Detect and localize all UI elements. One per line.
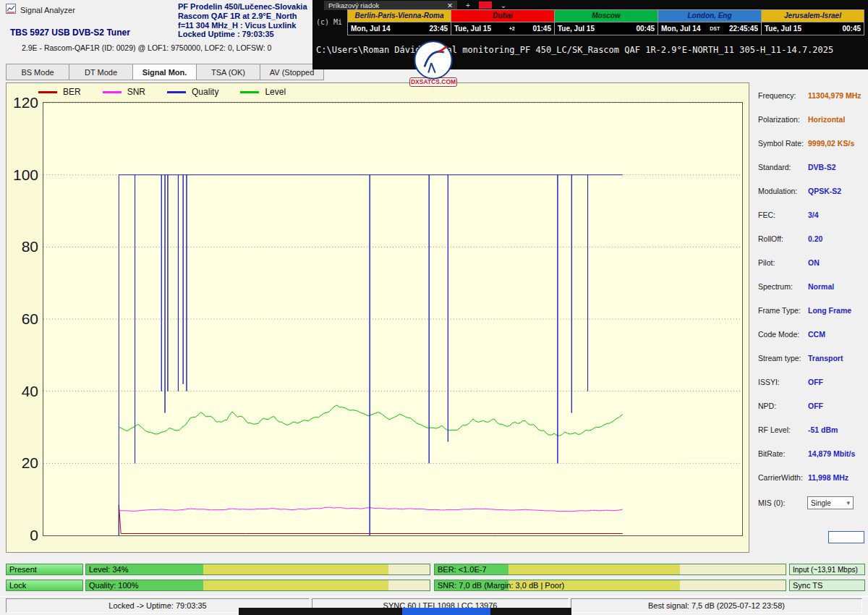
tuner-details: 2.9E - Rascom-QAF1R (ID: 0029) @ LOF1: 9… — [22, 43, 271, 52]
param-value: 14,879 Mbit/s — [808, 449, 855, 458]
series-snr — [119, 507, 623, 512]
terminal-tab[interactable]: Príkazový riadok ✕ — [324, 1, 457, 10]
param-value: CCM — [808, 330, 825, 339]
param-label: Code Mode: — [758, 330, 808, 339]
site-info-line: Locked Uptime : 79:03:35 — [178, 30, 319, 39]
param-label: BitRate: — [758, 449, 808, 458]
param-row: Frame Type:Long Frame — [758, 300, 865, 324]
param-value: -51 dBm — [808, 425, 838, 434]
param-label: Polarization: — [758, 115, 808, 124]
param-label: NPD: — [758, 402, 808, 410]
param-row: Standard:DVB-S2 — [758, 157, 865, 181]
chevron-down-icon[interactable]: ⌄ — [501, 1, 506, 9]
tab-bs-mode[interactable]: BS Mode — [6, 64, 69, 80]
close-icon[interactable]: ✕ — [447, 1, 453, 9]
clock-dubai: Dubai Tue, Jul 15 +2 01:45 — [451, 9, 554, 35]
y-axis-label: 40 — [7, 383, 38, 400]
y-axis-label: 0 — [7, 527, 38, 544]
present-status-box: Present — [6, 564, 83, 575]
terminal-titlebar[interactable]: Príkazový riadok ✕ + ⌄ — [312, 0, 868, 10]
tab-bar: BS Mode DT Mode Signal Mon. TSA (OK) AV … — [6, 64, 324, 81]
new-tab-icon[interactable]: + — [466, 1, 470, 9]
taskbar-active-window-fragment[interactable] — [402, 608, 490, 615]
param-row: CarrierWidth:11,998 MHz — [758, 467, 865, 491]
console-command-line[interactable]: C:\Users\Roman Dávid>Signal monitoring_P… — [316, 45, 866, 55]
clock-jerusalem: Jerusalem-Israel Tue, Jul 15 00:45 — [761, 9, 864, 35]
clock-city-header: Jerusalem-Israel — [762, 9, 864, 22]
y-axis-label: 60 — [7, 310, 38, 328]
clock-date: Mon, Jul 14 — [661, 25, 700, 33]
clock-date: Mon, Jul 14 — [351, 25, 390, 33]
clock-berlin: Berlin-Paris-Vienna-Roma Mon, Jul 14 23:… — [347, 9, 451, 35]
chart-canvas — [43, 103, 742, 535]
ber-gauge: BER: <1.0E-7 — [434, 564, 786, 575]
param-row: RF Level:-51 dBm — [758, 420, 865, 444]
clock-date: Tue, Jul 15 — [454, 25, 491, 33]
terminal-tab-title: Príkazový riadok — [328, 1, 379, 9]
param-row: Stream type:Transport — [758, 348, 865, 372]
param-value: 9999,02 KS/s — [808, 139, 854, 148]
param-label: Frame Type: — [758, 306, 808, 315]
site-info-block: PF Prodelin 450/Lučenec-Slovakia Rascom … — [178, 2, 319, 39]
param-label: ISSYI: — [758, 378, 808, 386]
param-value: Transport — [808, 354, 843, 362]
param-row: Symbol Rate:9999,02 KS/s — [758, 133, 865, 157]
legend-item-ber: BER — [38, 87, 81, 97]
tab-tsa[interactable]: TSA (OK) — [197, 64, 260, 80]
param-value: 11304,979 MHz — [808, 91, 861, 100]
red-tab-indicator[interactable] — [479, 1, 492, 9]
series-quality — [119, 175, 623, 535]
param-value: OFF — [808, 402, 823, 410]
snr-gauge: SNR: 7,0 dB (Margin: 3,0 dB | Poor) — [434, 580, 786, 591]
taskbar-window-fragment[interactable] — [490, 608, 571, 615]
app-icon — [6, 4, 16, 17]
clock-time: 00:45 — [842, 25, 861, 33]
terminal-window[interactable]: Príkazový riadok ✕ + ⌄ (c) Mi Berlin-Par… — [312, 0, 868, 69]
tab-signal-mon[interactable]: Signal Mon. — [133, 64, 197, 80]
series-level — [119, 405, 623, 436]
clock-city-header: Moscow — [555, 9, 658, 22]
clock-datetime: Tue, Jul 15 +2 01:45 — [451, 22, 554, 35]
legend-item-quality: Quality — [167, 87, 218, 97]
param-row: FEC:3/4 — [758, 205, 865, 229]
legend-label-quality: Quality — [192, 87, 218, 97]
param-label: Frequency: — [758, 91, 808, 100]
indicator-box — [828, 531, 864, 543]
gridlines — [43, 103, 742, 463]
clock-time: 23:45 — [429, 25, 448, 33]
signal-parameters-panel: Frequency:11304,979 MHz Polarization:Hor… — [752, 82, 867, 553]
tab-dt-mode[interactable]: DT Mode — [69, 64, 133, 80]
y-axis-label: 20 — [7, 454, 38, 472]
y-axis-label: 80 — [7, 238, 38, 255]
quality-line-swatch — [167, 91, 186, 93]
site-info-line: PF Prodelin 450/Lučenec-Slovakia — [178, 2, 319, 12]
clock-moscow: Moscow Tue, Jul 15 00:45 — [554, 9, 658, 35]
clock-date: Tue, Jul 15 — [558, 25, 595, 33]
clock-note: DST — [710, 26, 720, 31]
input-bitrate-box: Input (~13,91 Mbps) — [789, 564, 865, 575]
clock-datetime: Tue, Jul 15 00:45 — [762, 22, 864, 35]
param-value: Long Frame — [808, 306, 851, 315]
clock-datetime: Tue, Jul 15 00:45 — [555, 22, 658, 35]
sync-ts-box: Sync TS — [789, 580, 865, 591]
lock-status-box: Lock — [6, 580, 83, 591]
param-row: ISSYI:OFF — [758, 372, 865, 396]
y-axis-label: 120 — [7, 94, 38, 111]
window-titlebar[interactable]: Signal Analyzer — [6, 4, 75, 17]
param-row: Polarization:Horizontal — [758, 109, 865, 133]
param-value: Normal — [808, 282, 834, 291]
statusbar-best-signal: Best signal: 7,5 dB (2025-07-12 23:58) — [571, 598, 862, 613]
param-value: 3/4 — [808, 211, 819, 219]
param-label: Pilot: — [758, 258, 808, 267]
snr-line-swatch — [103, 91, 122, 93]
param-row: NPD:OFF — [758, 396, 865, 420]
clock-london: London, Eng Mon, Jul 14 DST 22:45:45 — [658, 9, 761, 35]
world-clocks-table: Berlin-Paris-Vienna-Roma Mon, Jul 14 23:… — [347, 9, 866, 35]
mis-select[interactable]: Single ▾ — [807, 496, 854, 509]
param-label: FEC: — [758, 211, 808, 219]
param-row: RollOff:0.20 — [758, 229, 865, 253]
parameter-rows: Frequency:11304,979 MHz Polarization:Hor… — [758, 85, 865, 491]
param-value: OFF — [808, 378, 823, 386]
y-axis-label: 100 — [7, 166, 38, 184]
taskbar-window-fragment[interactable] — [239, 608, 402, 615]
